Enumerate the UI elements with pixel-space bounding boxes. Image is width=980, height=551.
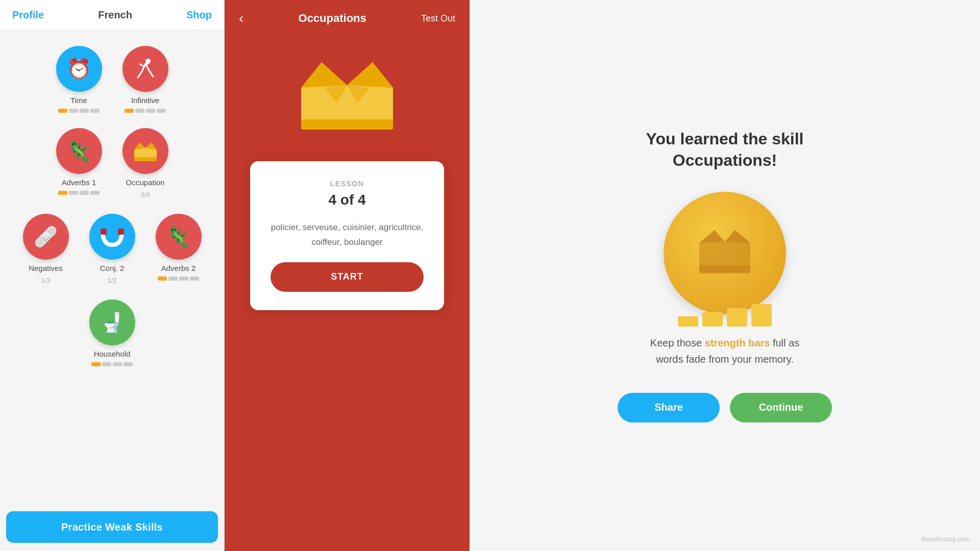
skill-label-household: Household bbox=[94, 349, 131, 358]
left-header: Profile French Shop bbox=[0, 0, 224, 31]
success-title: You learned the skillOccupations! bbox=[646, 129, 804, 171]
bar bbox=[91, 362, 101, 366]
language-title: French bbox=[98, 9, 132, 21]
skill-infinitive[interactable]: Infinitive bbox=[122, 46, 168, 113]
lesson-card: LESSON 4 of 4 policier, serveuse, cuisin… bbox=[250, 161, 444, 310]
profile-link[interactable]: Profile bbox=[12, 9, 44, 21]
skill-progress-time bbox=[58, 109, 100, 113]
svg-line-4 bbox=[149, 70, 153, 77]
skill-label-adverbs2: Adverbs 2 bbox=[161, 264, 196, 272]
bar bbox=[113, 362, 122, 366]
bar bbox=[157, 109, 166, 113]
skill-circle-adverbs2: 🦎 bbox=[156, 214, 202, 260]
bar bbox=[124, 362, 133, 366]
bar bbox=[90, 191, 100, 195]
skill-progress-negatives: 1/3 bbox=[41, 277, 50, 284]
practice-weak-skills-button[interactable]: Practice Weak Skills bbox=[6, 511, 218, 543]
middle-panel-title: Occupations bbox=[299, 12, 366, 25]
skill-progress-conj2: 1/2 bbox=[107, 277, 116, 284]
bar bbox=[69, 109, 78, 113]
svg-marker-16 bbox=[347, 62, 393, 88]
svg-rect-17 bbox=[301, 119, 393, 130]
svg-line-3 bbox=[138, 71, 142, 78]
skill-label-infinitive: Infinitive bbox=[131, 96, 159, 105]
skills-row-2: 🦎 Adverbs 1 bbox=[10, 128, 214, 198]
medal-bar-4 bbox=[751, 304, 772, 327]
skill-label-time: Time bbox=[70, 96, 87, 105]
progress-text-conj2: 1/2 bbox=[107, 277, 116, 284]
description-pre: Keep those bbox=[650, 337, 705, 348]
bar bbox=[179, 277, 188, 281]
bar bbox=[69, 191, 78, 195]
skill-progress-adverbs1 bbox=[58, 191, 100, 195]
skill-household[interactable]: 🚽 Household bbox=[89, 299, 135, 366]
skill-progress-occupation: 3/4 bbox=[140, 191, 150, 198]
skill-label-adverbs1: Adverbs 1 bbox=[62, 178, 96, 187]
bar bbox=[125, 109, 134, 113]
success-title-text: You learned the skillOccupations! bbox=[646, 130, 804, 169]
skill-circle-conj2 bbox=[89, 214, 135, 260]
skill-label-conj2: Conj. 2 bbox=[100, 264, 125, 272]
bar bbox=[135, 109, 144, 113]
lesson-words: policier, serveuse, cuisinier, agricultr… bbox=[271, 220, 424, 250]
skill-circle-occupation bbox=[122, 128, 168, 174]
bar bbox=[58, 109, 67, 113]
lesson-label: LESSON bbox=[330, 180, 364, 188]
svg-rect-13 bbox=[118, 229, 124, 235]
continue-button[interactable]: Continue bbox=[730, 393, 832, 422]
skill-negatives[interactable]: 🩹 Negatives 1/3 bbox=[23, 214, 69, 284]
skill-occupation[interactable]: Occupation 3/4 bbox=[122, 128, 168, 198]
skills-row-4: 🚽 Household bbox=[10, 299, 214, 366]
lesson-number: 4 of 4 bbox=[328, 192, 365, 208]
svg-rect-23 bbox=[699, 265, 750, 272]
strength-text: strength bars bbox=[705, 337, 770, 348]
bar bbox=[190, 277, 199, 281]
share-button[interactable]: Share bbox=[618, 393, 720, 422]
description-text: Keep those strength bars full aswords fa… bbox=[650, 335, 799, 367]
right-panel: You learned the skillOccupations! Keep t… bbox=[470, 0, 980, 551]
medal-bar-1 bbox=[678, 316, 698, 327]
svg-marker-21 bbox=[699, 230, 725, 243]
watermark: frenchcrazy.com bbox=[922, 535, 970, 543]
skill-label-negatives: Negatives bbox=[29, 264, 63, 272]
skills-row-1: ⏰ Time bbox=[10, 46, 214, 113]
skill-circle-negatives: 🩹 bbox=[23, 214, 69, 260]
svg-marker-8 bbox=[134, 143, 157, 156]
svg-rect-12 bbox=[101, 229, 107, 235]
svg-rect-9 bbox=[134, 157, 157, 161]
crown-image bbox=[296, 57, 398, 141]
medal-circle bbox=[664, 192, 786, 314]
bar bbox=[168, 277, 178, 281]
skills-grid: ⏰ Time bbox=[0, 31, 224, 511]
bar bbox=[80, 109, 89, 113]
skill-time[interactable]: ⏰ Time bbox=[56, 46, 102, 113]
shop-link[interactable]: Shop bbox=[186, 9, 212, 21]
left-panel: Profile French Shop ⏰ Time bbox=[0, 0, 225, 551]
bar bbox=[90, 109, 100, 113]
skill-adverbs2[interactable]: 🦎 Adverbs 2 bbox=[156, 214, 202, 284]
progress-text-occupation: 3/4 bbox=[140, 191, 150, 198]
middle-panel: ‹ Occupations Test Out LESSON 4 of 4 pol… bbox=[225, 0, 470, 551]
skill-conj2[interactable]: Conj. 2 1/2 bbox=[89, 214, 135, 284]
skill-circle-adverbs1: 🦎 bbox=[56, 128, 102, 174]
skill-progress-infinitive bbox=[125, 109, 166, 113]
medal-strength-bars bbox=[678, 304, 772, 327]
skill-circle-time: ⏰ bbox=[56, 46, 102, 92]
skills-row-3: 🩹 Negatives 1/3 Conj. 2 1/2 bbox=[10, 214, 214, 284]
action-buttons: Share Continue bbox=[618, 393, 832, 422]
bar bbox=[102, 362, 111, 366]
skill-circle-household: 🚽 bbox=[89, 299, 135, 345]
svg-marker-15 bbox=[301, 62, 347, 88]
bar bbox=[58, 191, 67, 195]
medal-bar-2 bbox=[702, 312, 723, 327]
skill-progress-household bbox=[91, 362, 133, 366]
medal-container bbox=[664, 192, 786, 314]
medal-bar-3 bbox=[727, 308, 747, 327]
skill-adverbs1[interactable]: 🦎 Adverbs 1 bbox=[56, 128, 102, 198]
bar bbox=[146, 109, 155, 113]
back-button[interactable]: ‹ bbox=[239, 10, 243, 27]
skill-label-occupation: Occupation bbox=[126, 178, 165, 187]
start-button[interactable]: START bbox=[271, 262, 424, 292]
svg-marker-22 bbox=[725, 230, 750, 243]
test-out-button[interactable]: Test Out bbox=[421, 13, 455, 24]
